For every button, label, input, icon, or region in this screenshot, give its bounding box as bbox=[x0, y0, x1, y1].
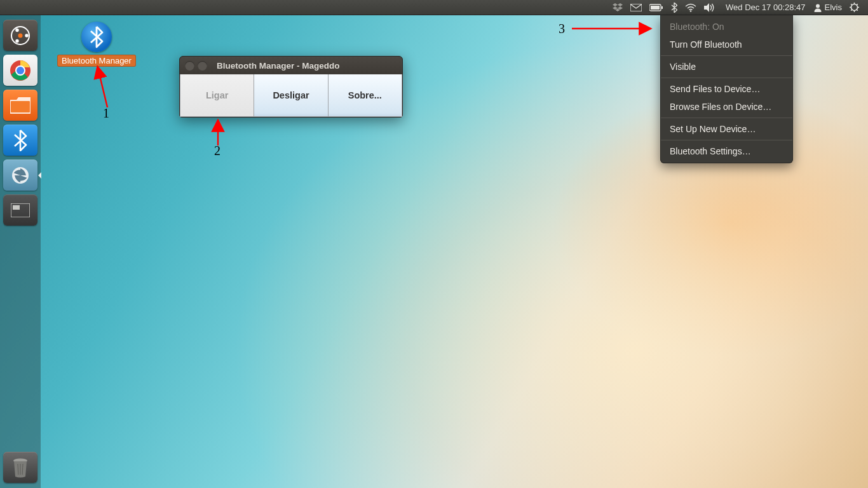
bt-menu-send-files[interactable]: Send Files to Device… bbox=[661, 80, 792, 98]
minimize-button[interactable] bbox=[198, 61, 207, 71]
launcher-shutter[interactable] bbox=[3, 159, 37, 191]
desktop-icon-label: Bluetooth Manager bbox=[57, 55, 136, 67]
annotation-arrow-3 bbox=[567, 22, 656, 36]
svg-point-11 bbox=[816, 4, 820, 8]
session-indicator[interactable] bbox=[846, 0, 863, 15]
launcher-trash[interactable] bbox=[3, 452, 37, 483]
desligar-button[interactable]: Desligar bbox=[254, 74, 328, 116]
svg-rect-8 bbox=[651, 6, 660, 10]
menu-separator bbox=[661, 55, 792, 56]
svg-rect-32 bbox=[13, 205, 20, 210]
bluetooth-icon bbox=[81, 22, 112, 52]
network-indicator[interactable] bbox=[681, 0, 700, 15]
clock-indicator[interactable]: Wed Dec 17 00:28:47 bbox=[719, 0, 810, 15]
svg-point-22 bbox=[18, 33, 23, 37]
svg-point-24 bbox=[15, 28, 18, 31]
svg-marker-1 bbox=[618, 3, 623, 6]
annotation-label-1: 1 bbox=[103, 106, 109, 121]
top-panel: Wed Dec 17 00:28:47 Elvis bbox=[0, 0, 868, 15]
svg-line-19 bbox=[851, 10, 852, 10]
launcher bbox=[0, 15, 41, 488]
mail-indicator[interactable] bbox=[627, 0, 646, 15]
clock-text: Wed Dec 17 00:28:47 bbox=[726, 3, 806, 12]
annotation-label-3: 3 bbox=[559, 22, 565, 36]
desktop-icon-bluetooth-manager[interactable]: Bluetooth Manager bbox=[55, 22, 139, 67]
menu-separator bbox=[661, 118, 792, 118]
user-name: Elvis bbox=[825, 3, 842, 12]
bluetooth-manager-window: Bluetooth Manager - Mageddo Ligar Deslig… bbox=[179, 56, 403, 118]
launcher-bluetooth[interactable] bbox=[3, 125, 37, 156]
battery-indicator[interactable] bbox=[646, 0, 667, 15]
ligar-button: Ligar bbox=[180, 74, 254, 116]
window-body: Ligar Desligar Sobre... bbox=[180, 74, 402, 117]
bt-menu-settings[interactable]: Bluetooth Settings… bbox=[661, 142, 792, 160]
bluetooth-indicator[interactable] bbox=[667, 0, 681, 15]
svg-point-23 bbox=[25, 34, 28, 37]
svg-point-9 bbox=[690, 10, 692, 12]
dropbox-indicator[interactable] bbox=[609, 0, 627, 15]
svg-marker-10 bbox=[704, 3, 709, 12]
svg-point-25 bbox=[15, 39, 18, 42]
launcher-active-pip bbox=[35, 172, 41, 179]
menu-separator bbox=[661, 78, 792, 78]
svg-line-18 bbox=[857, 10, 858, 10]
svg-line-37 bbox=[98, 68, 107, 107]
svg-rect-29 bbox=[11, 101, 30, 112]
bt-menu-status: Bluetooth: On bbox=[661, 18, 792, 36]
annotation-label-2: 2 bbox=[214, 144, 220, 158]
svg-point-12 bbox=[851, 4, 858, 11]
sound-indicator[interactable] bbox=[700, 0, 719, 15]
bt-menu-turn-off[interactable]: Turn Off Bluetooth bbox=[661, 36, 792, 53]
annotation-arrow-1 bbox=[74, 62, 119, 112]
window-titlebar[interactable]: Bluetooth Manager - Mageddo bbox=[180, 57, 402, 74]
launcher-workspace[interactable] bbox=[3, 194, 37, 226]
svg-rect-7 bbox=[661, 6, 663, 9]
window-title: Bluetooth Manager - Mageddo bbox=[217, 61, 340, 71]
bluetooth-menu: Bluetooth: On Turn Off Bluetooth Visible… bbox=[660, 15, 793, 163]
user-indicator[interactable]: Elvis bbox=[810, 0, 846, 15]
svg-line-20 bbox=[857, 4, 858, 5]
svg-point-28 bbox=[17, 67, 24, 74]
menu-separator bbox=[661, 140, 792, 140]
bt-menu-visible[interactable]: Visible bbox=[661, 58, 792, 76]
close-button[interactable] bbox=[185, 61, 194, 71]
sobre-button[interactable]: Sobre... bbox=[329, 74, 402, 116]
svg-marker-0 bbox=[613, 3, 618, 6]
bt-menu-setup[interactable]: Set Up New Device… bbox=[661, 120, 792, 138]
launcher-chrome[interactable] bbox=[3, 55, 37, 86]
svg-line-17 bbox=[851, 4, 852, 5]
launcher-dash[interactable] bbox=[3, 20, 37, 51]
launcher-files[interactable] bbox=[3, 90, 37, 121]
bt-menu-browse-files[interactable]: Browse Files on Device… bbox=[661, 98, 792, 116]
